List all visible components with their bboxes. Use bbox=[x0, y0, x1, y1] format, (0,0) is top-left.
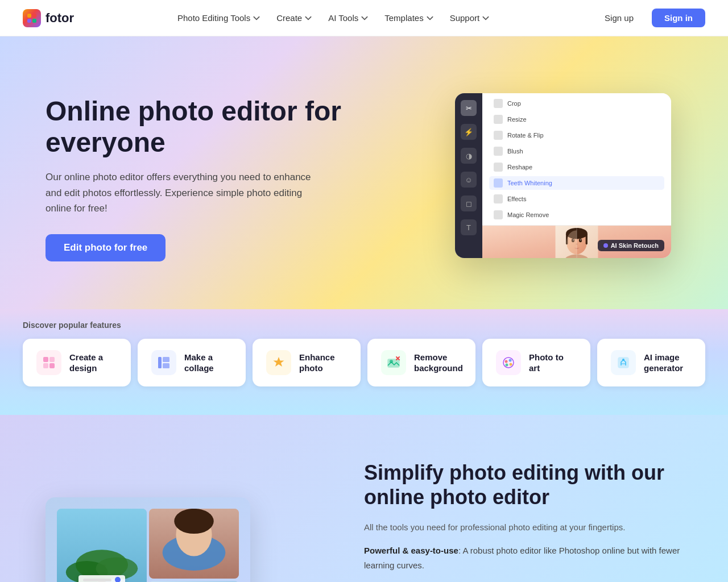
svg-point-46 bbox=[174, 509, 214, 534]
feature-ai-image-generator-label: AI image generator bbox=[644, 352, 692, 374]
svg-rect-18 bbox=[43, 357, 48, 362]
tool-blush: Blush bbox=[489, 144, 664, 158]
svg-point-30 bbox=[503, 357, 514, 368]
sidebar-face-icon: ☺ bbox=[461, 172, 477, 188]
sidebar-crop-icon: ✂ bbox=[461, 100, 477, 116]
tool-icon bbox=[494, 115, 503, 124]
svg-point-33 bbox=[510, 363, 512, 366]
feature-enhance-photo[interactable]: Enhance photo bbox=[253, 339, 361, 386]
ai-badge-dot bbox=[603, 243, 608, 248]
hero-content: Online photo editor for everyone Our onl… bbox=[46, 95, 341, 261]
tool-magic-remove: Magic Remove bbox=[489, 208, 664, 222]
chevron-down-icon bbox=[482, 14, 490, 22]
chevron-down-icon bbox=[426, 14, 434, 22]
chevron-down-icon bbox=[361, 14, 369, 22]
nav-item-templates[interactable]: Templates bbox=[378, 9, 440, 27]
section2-subtitle: All the tools you need for professional … bbox=[364, 521, 682, 534]
signin-button[interactable]: Sign in bbox=[652, 9, 705, 27]
svg-point-34 bbox=[506, 364, 508, 367]
svg-rect-19 bbox=[49, 357, 55, 362]
features-label: Discover popular features bbox=[23, 309, 705, 339]
feature-make-collage-label: Make a collage bbox=[184, 352, 232, 374]
tool-icon bbox=[494, 147, 503, 156]
svg-rect-20 bbox=[43, 363, 48, 368]
hero-section: Online photo editor for everyone Our onl… bbox=[0, 36, 728, 309]
svg-rect-2 bbox=[27, 19, 31, 23]
svg-marker-25 bbox=[274, 357, 284, 367]
hero-cta-button[interactable]: Edit photo for free bbox=[46, 234, 166, 261]
feature-make-collage[interactable]: Make a collage bbox=[138, 339, 246, 386]
nav-actions: Sign up Sign in bbox=[593, 9, 705, 27]
tool-icon bbox=[494, 163, 503, 172]
nav-item-photo-editing-tools[interactable]: Photo Editing Tools bbox=[171, 9, 267, 27]
tool-reshape: Reshape bbox=[489, 160, 664, 174]
design-icon bbox=[36, 350, 61, 375]
editor-sidebar: ✂ ⚡ ◑ ☺ ◻ T bbox=[455, 93, 482, 258]
logo-text: fotor bbox=[46, 11, 74, 26]
section2-point-1: Powerful & easy-to-use: A robust photo e… bbox=[364, 543, 682, 572]
feature-create-design-label: Create a design bbox=[69, 352, 117, 374]
sidebar-text-icon: T bbox=[461, 219, 477, 235]
section2-content: Simplify photo editing with our online p… bbox=[364, 460, 682, 582]
editor-main-area: Crop Resize Rotate & Flip Blush bbox=[482, 93, 671, 258]
collage-cell-palms bbox=[57, 509, 147, 582]
signup-button[interactable]: Sign up bbox=[593, 9, 645, 27]
collage-icon bbox=[151, 350, 176, 375]
editor-preview: ✂ ⚡ ◑ ☺ ◻ T Crop Resize bbox=[455, 93, 671, 258]
svg-rect-23 bbox=[163, 357, 169, 362]
feature-ai-image-generator[interactable]: AI image generator bbox=[597, 339, 705, 386]
svg-rect-21 bbox=[49, 363, 55, 368]
tool-effects: Effects bbox=[489, 192, 664, 206]
svg-rect-24 bbox=[163, 363, 169, 368]
tool-icon bbox=[494, 178, 503, 188]
chevron-down-icon bbox=[253, 14, 260, 22]
nav-links: Photo Editing Tools Create AI Tools Temp… bbox=[171, 9, 497, 27]
features-grid: Create a design Make a collage Enhance p… bbox=[23, 339, 705, 386]
hero-editor-mockup: ✂ ⚡ ◑ ☺ ◻ T Crop Resize bbox=[455, 93, 682, 264]
chevron-down-icon bbox=[304, 14, 312, 22]
logo[interactable]: fotor bbox=[23, 9, 74, 27]
svg-point-31 bbox=[505, 360, 508, 363]
svg-point-36 bbox=[622, 359, 624, 361]
svg-point-10 bbox=[580, 239, 581, 241]
feature-photo-to-art[interactable]: Photo to art bbox=[482, 339, 590, 386]
svg-rect-14 bbox=[586, 234, 588, 245]
feature-enhance-photo-label: Enhance photo bbox=[299, 352, 347, 374]
features-section: Discover popular features Create a desig… bbox=[0, 309, 728, 415]
nav-item-create[interactable]: Create bbox=[270, 9, 319, 27]
logo-icon bbox=[23, 9, 41, 27]
tool-crop: Crop bbox=[489, 97, 664, 110]
editor-canvas: AI Skin Retouch bbox=[482, 226, 671, 258]
feature-remove-background[interactable]: Remove background bbox=[367, 339, 475, 386]
tool-rotate: Rotate & Flip bbox=[489, 128, 664, 142]
svg-point-8 bbox=[579, 239, 582, 243]
tool-icon bbox=[494, 210, 503, 219]
art-icon bbox=[496, 350, 521, 375]
ai-gen-icon bbox=[611, 350, 636, 375]
tool-icon bbox=[494, 194, 503, 203]
remove-bg-icon bbox=[381, 350, 406, 375]
svg-point-32 bbox=[509, 359, 512, 362]
tool-icon bbox=[494, 131, 503, 140]
svg-rect-3 bbox=[32, 19, 36, 23]
svg-rect-1 bbox=[32, 14, 36, 18]
sidebar-adjust-icon: ⚡ bbox=[461, 124, 477, 140]
section2-mockup-container: Freeform 1:1 2x4 16x9 bbox=[46, 497, 330, 582]
nav-item-support[interactable]: Support bbox=[443, 9, 497, 27]
collage-editor-mockup: Freeform 1:1 2x4 16x9 bbox=[46, 497, 250, 582]
navigation: fotor Photo Editing Tools Create AI Tool… bbox=[0, 0, 728, 36]
svg-rect-0 bbox=[27, 14, 31, 18]
tool-icon bbox=[494, 99, 503, 108]
sidebar-filter-icon: ◑ bbox=[461, 148, 477, 164]
svg-rect-22 bbox=[158, 357, 162, 368]
editor-tool-list: Crop Resize Rotate & Flip Blush bbox=[482, 93, 671, 226]
enhance-icon bbox=[266, 350, 291, 375]
feature-photo-to-art-label: Photo to art bbox=[529, 352, 577, 374]
tool-resize: Resize bbox=[489, 113, 664, 126]
collage-resize-handle bbox=[78, 575, 125, 582]
feature-remove-background-label: Remove background bbox=[414, 352, 463, 374]
collage-cell-person bbox=[149, 509, 239, 579]
feature-create-design[interactable]: Create a design bbox=[23, 339, 131, 386]
nav-item-ai-tools[interactable]: AI Tools bbox=[321, 9, 375, 27]
section2-point-2: A complete suite of photo editing tools:… bbox=[364, 578, 682, 582]
